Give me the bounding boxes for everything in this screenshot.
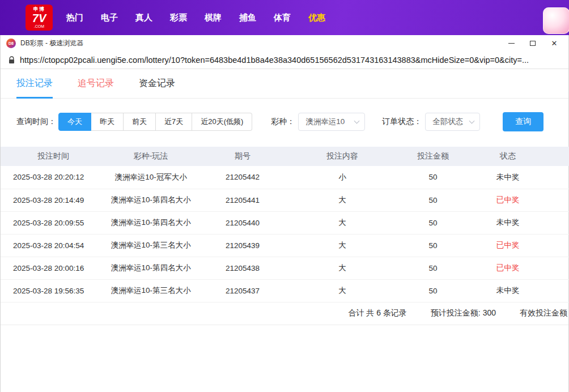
site-nav: 热门 电子 真人 彩票 棋牌 捕鱼 体育 优惠 [66,12,325,23]
game-cell: 澳洲幸运10-第四名大小 [106,257,196,279]
filler-cell [545,166,569,189]
table-header-row: 投注时间 彩种-玩法 期号 投注内容 投注金额 状态 [1,147,569,166]
amount-cell: 50 [395,166,471,189]
order-status-label: 订单状态： [382,117,422,127]
time-filter-group: 今天 昨天 前天 近7天 近20天(低频) [58,113,252,131]
bet-time-cell: 2025-03-28 20:00:16 [1,257,106,279]
issue-cell: 21205438 [196,257,290,279]
window-title: DB彩票 - 极速浏览器 [20,39,500,48]
tab-fund-records[interactable]: 资金记录 [139,69,175,98]
status-cell: 已中奖 [471,189,545,211]
bet-time-cell: 2025-03-28 20:04:54 [1,234,106,257]
header-status: 状态 [471,147,545,166]
record-tabs: 投注记录 追号记录 资金记录 [1,69,568,99]
time-option-today[interactable]: 今天 [58,113,91,131]
table-row: 2025-03-28 19:56:35 澳洲幸运10-第三名大小 2120543… [1,279,569,302]
maximize-button[interactable] [522,36,543,50]
amount-cell: 50 [395,234,471,257]
status-cell: 已中奖 [471,257,545,279]
header-bet-amount: 投注金额 [395,147,471,166]
content-cell: 大 [290,279,395,302]
table-row: 2025-03-28 20:20:12 澳洲幸运10-冠军大小 21205442… [1,166,569,189]
browser-title-bar: D8 DB彩票 - 极速浏览器 ✕ [1,35,568,51]
chevron-down-icon [354,118,360,124]
close-button[interactable]: ✕ [543,36,565,50]
lottery-filter-label: 彩种： [271,117,295,127]
table-row: 2025-03-28 20:00:16 澳洲幸运10-第四名大小 2120543… [1,257,569,279]
expected-amount-text: 预计投注金额: 300 [431,308,496,318]
content-cell: 大 [290,211,395,234]
logo-top-text: 申博 [33,7,45,12]
status-cell: 未中奖 [471,211,545,234]
table-row: 2025-03-28 20:04:54 澳洲幸运10-第三名大小 2120543… [1,234,569,257]
screen: 申博 7V .COM 热门 电子 真人 彩票 棋牌 捕鱼 体育 优惠 D8 DB… [0,0,569,392]
site-header: 申博 7V .COM 热门 电子 真人 彩票 棋牌 捕鱼 体育 优惠 [0,0,569,35]
filler-cell [545,234,569,257]
issue-cell: 21205440 [196,211,290,234]
header-game: 彩种-玩法 [106,147,196,166]
logo-main-text: 7V [32,12,46,24]
game-cell: 澳洲幸运10-第四名大小 [106,211,196,234]
header-issue: 期号 [196,147,290,166]
order-status-value: 全部状态 [432,117,463,127]
header-bet-content: 投注内容 [290,147,395,166]
time-option-daybefore[interactable]: 前天 [124,113,156,131]
filter-bar: 查询时间： 今天 昨天 前天 近7天 近20天(低频) 彩种： 澳洲幸运10 订… [1,112,568,131]
header-filler [545,147,569,166]
nav-item-cards[interactable]: 棋牌 [205,12,222,23]
time-option-yesterday[interactable]: 昨天 [91,113,124,131]
nav-item-lottery[interactable]: 彩票 [170,12,187,23]
total-records-text: 合计 共 6 条记录 [348,308,406,318]
lottery-select[interactable]: 澳洲幸运10 [298,113,365,131]
query-button[interactable]: 查询 [503,112,543,131]
status-cell: 未中奖 [471,166,545,189]
game-cell: 澳洲幸运10-第四名大小 [106,189,196,211]
window-controls: ✕ [500,36,565,50]
amount-cell: 50 [395,257,471,279]
empty-area [1,325,568,392]
maximize-icon [530,41,536,46]
issue-cell: 21205441 [196,189,290,211]
summary-row: 合计 共 6 条记录 预计投注金额: 300 有效投注金额 [1,302,568,325]
minimize-button[interactable] [500,36,522,50]
content-cell: 大 [290,257,395,279]
content-cell: 小 [290,166,395,189]
issue-cell: 21205437 [196,279,290,302]
nav-item-slots[interactable]: 电子 [101,12,118,23]
nav-item-hot[interactable]: 热门 [66,12,83,23]
issue-cell: 21205439 [196,234,290,257]
nav-item-promo[interactable]: 优惠 [308,12,325,23]
time-option-7days[interactable]: 近7天 [156,113,192,131]
browser-window: D8 DB彩票 - 极速浏览器 ✕ [0,35,569,392]
user-avatar[interactable] [543,7,569,34]
status-cell: 已中奖 [471,234,545,257]
app-icon-text: D8 [9,41,14,45]
close-icon: ✕ [551,39,558,48]
tab-chase-records[interactable]: 追号记录 [78,69,114,98]
game-cell: 澳洲幸运10-第三名大小 [106,234,196,257]
browser-app-icon: D8 [6,39,16,48]
bet-time-cell: 2025-03-28 20:20:12 [1,166,106,189]
tab-bet-records[interactable]: 投注记录 [16,69,53,98]
nav-item-live[interactable]: 真人 [135,12,152,23]
amount-cell: 50 [395,189,471,211]
url-input[interactable]: https://ctopcp02pcali.uengi5e.com/lotter… [20,56,562,65]
issue-cell: 21205442 [196,166,290,189]
page-content: 投注记录 追号记录 资金记录 查询时间： 今天 昨天 前天 近7天 近20天(低… [1,69,568,392]
nav-item-fishing[interactable]: 捕鱼 [239,12,256,23]
game-cell: 澳洲幸运10-第三名大小 [106,279,196,302]
bet-time-cell: 2025-03-28 19:56:35 [1,279,106,302]
chevron-down-icon [469,118,475,124]
site-logo[interactable]: 申博 7V .COM [26,5,53,31]
bet-time-cell: 2025-03-28 20:09:55 [1,211,106,234]
bet-time-cell: 2025-03-28 20:14:49 [1,189,106,211]
time-option-20days[interactable]: 近20天(低频) [192,113,252,131]
filler-cell [545,257,569,279]
header-bet-time: 投注时间 [1,147,106,166]
order-status-select[interactable]: 全部状态 [425,113,480,131]
filler-cell [545,211,569,234]
content-cell: 大 [290,234,395,257]
lock-icon[interactable] [9,56,15,64]
nav-item-sports[interactable]: 体育 [274,12,291,23]
time-filter-label: 查询时间： [16,117,56,127]
